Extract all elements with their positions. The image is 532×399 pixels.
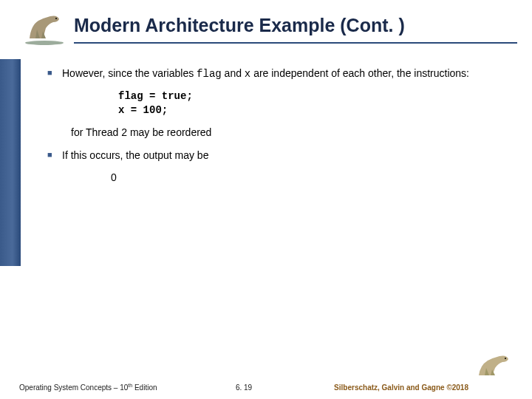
code-block: flag = true; x = 100;: [118, 89, 502, 118]
copyright-symbol: ©: [446, 383, 451, 392]
page-title: Modern Architecture Example (Cont. ): [74, 15, 517, 44]
side-accent-bar: [0, 59, 21, 266]
svg-point-2: [505, 358, 506, 359]
footer-year: 2018: [452, 383, 468, 392]
slide-number: 6. 19: [236, 383, 252, 392]
code-line-1: flag = true;: [118, 89, 502, 104]
code-x: x: [245, 68, 250, 80]
footer-left: Operating System Concepts – 10th Edition: [19, 383, 157, 392]
output-zero: 0: [111, 171, 502, 185]
footer-authors: Silberschatz, Galvin and Gagne: [334, 383, 446, 392]
code-flag: flag: [197, 68, 222, 80]
bullet-1-text-c: are independent of each other, the instr…: [250, 67, 469, 79]
code-line-2: x = 100;: [118, 103, 502, 118]
bullet-1: However, since the variables flag and x …: [44, 66, 502, 82]
slide-footer: Operating System Concepts – 10th Edition…: [19, 383, 468, 392]
bullet-1-text-b: and: [222, 67, 245, 79]
sub-text-reorder: for Thread 2 may be reordered: [71, 126, 502, 140]
bullet-1-text-a: However, since the variables: [62, 67, 197, 79]
footer-book-suffix: Edition: [132, 383, 157, 392]
footer-copyright: Silberschatz, Galvin and Gagne ©2018: [334, 383, 468, 392]
slide-header: Modern Architecture Example (Cont. ): [0, 15, 532, 44]
slide-content: However, since the variables flag and x …: [44, 66, 502, 185]
dinosaur-logo-small-icon: [474, 352, 514, 381]
footer-book-prefix: Operating System Concepts – 10: [19, 383, 128, 392]
bullet-2: If this occurs, the output may be: [44, 149, 502, 163]
